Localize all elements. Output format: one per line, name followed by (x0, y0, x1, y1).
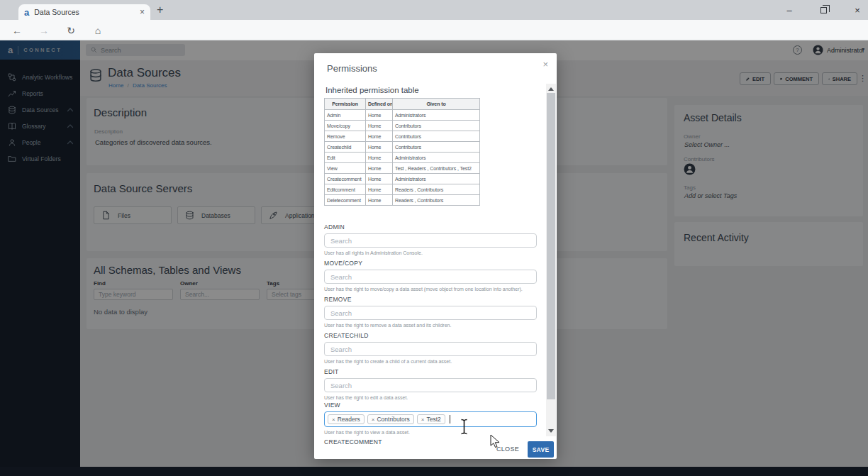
home-button[interactable]: ⌂ (91, 23, 105, 38)
forward-button[interactable]: → (37, 23, 51, 38)
section-helper: User has the right to move/copy a data a… (324, 287, 547, 292)
permission-section-remove: REMOVE User has the right to remove a da… (324, 296, 547, 328)
modal-scrollbar[interactable] (546, 84, 556, 436)
back-button[interactable]: ← (10, 23, 24, 38)
section-helper: User has the right to remove a data asse… (324, 323, 547, 328)
chip-label: Test2 (426, 416, 440, 423)
cell-given-to: Contributors (393, 121, 480, 131)
home-link[interactable]: Home (366, 153, 393, 163)
cell-given-to: Test , Readers , Contributors , Test2 (393, 163, 480, 174)
admin-search-input[interactable] (324, 233, 537, 248)
tab-close-icon[interactable]: × (140, 7, 145, 17)
move-copy-search-input[interactable] (324, 270, 537, 284)
table-row: EditHomeAdministrators (325, 153, 480, 163)
home-link[interactable]: Home (366, 174, 393, 184)
chip-test2[interactable]: ×Test2 (417, 414, 445, 424)
cell-permission: Createchild (325, 142, 366, 153)
section-helper: User has the right to view a data asset. (324, 430, 547, 435)
modal-close-icon[interactable]: × (542, 59, 548, 70)
chip-label: Contributors (377, 416, 409, 423)
cell-permission: Admin (325, 110, 366, 121)
table-row: CreatechildHomeContributors (325, 142, 480, 153)
cell-given-to: Administrators (393, 153, 480, 163)
col-given-to: Given to (393, 99, 480, 110)
cell-given-to: Readers , Contributors (393, 195, 480, 206)
cell-permission: Move/copy (325, 121, 366, 131)
chip-remove-icon[interactable]: × (372, 416, 375, 423)
cell-permission: Edit (325, 153, 366, 163)
section-label: VIEW (324, 402, 547, 409)
remove-search-input[interactable] (324, 306, 537, 320)
arrow-cursor (490, 434, 500, 448)
permission-section-view: VIEW ×Readers ×Contributors ×Test2 User … (324, 402, 547, 435)
section-helper: User has all rights in Administration Co… (324, 250, 547, 255)
home-link[interactable]: Home (366, 110, 393, 121)
table-header-row: Permission Defined on Given to (325, 99, 480, 110)
chip-contributors[interactable]: ×Contributors (367, 414, 414, 424)
section-label: REMOVE (324, 296, 547, 303)
modal-title: Permissions (327, 63, 377, 74)
restore-icon (820, 7, 827, 13)
window-minimize-button[interactable]: – (773, 0, 806, 20)
permission-section-edit: EDIT User has the right to edit a data a… (324, 368, 547, 400)
browser-toolbar: ← → ↻ ⌂ ⓘ localhost:8080/viewentry?xid=f… (0, 20, 868, 40)
table-row: Move/copyHomeContributors (325, 121, 480, 131)
app-area: a CONNECT Analytic Workflows Reports Dat… (0, 40, 868, 476)
new-tab-button[interactable]: + (157, 4, 163, 16)
home-link[interactable]: Home (366, 131, 393, 142)
table-row: DeletecommentHomeReaders , Contributors (325, 195, 480, 206)
section-label: MOVE/COPY (324, 260, 547, 267)
text-caret (450, 415, 450, 424)
cell-given-to: Readers , Contributors (393, 184, 480, 195)
view-chips-input[interactable]: ×Readers ×Contributors ×Test2 (324, 411, 537, 427)
inherited-permissions-table: Permission Defined on Given to AdminHome… (324, 98, 480, 206)
save-button[interactable]: SAVE (528, 441, 554, 458)
col-permission: Permission (325, 99, 366, 110)
browser-window: a Data Sources × + – × ← → ↻ ⌂ ⓘ localho… (0, 0, 868, 476)
refresh-button[interactable]: ↻ (64, 23, 78, 38)
section-helper: User has the right to create a child of … (324, 359, 547, 364)
cell-permission: Deletecomment (325, 195, 366, 206)
home-link[interactable]: Home (366, 142, 393, 153)
cell-given-to: Administrators (393, 174, 480, 184)
home-link[interactable]: Home (366, 121, 393, 131)
createchild-search-input[interactable] (324, 342, 537, 356)
permission-section-move-copy: MOVE/COPY User has the right to move/cop… (324, 260, 547, 292)
table-row: RemoveHomeContributors (325, 131, 480, 142)
scroll-up-icon[interactable] (548, 87, 554, 91)
permission-section-createchild: CREATECHILD User has the right to create… (324, 332, 547, 364)
createcomment-section-label: CREATECOMMENT (324, 438, 382, 445)
home-link[interactable]: Home (366, 195, 393, 206)
table-row: AdminHomeAdministrators (325, 110, 480, 121)
section-label: ADMIN (324, 223, 547, 231)
scrollbar-thumb[interactable] (547, 93, 555, 399)
tab-favicon-icon: a (24, 8, 29, 17)
cell-permission: View (325, 163, 366, 174)
cell-permission: Createcomment (325, 174, 366, 184)
home-link[interactable]: Home (366, 184, 393, 195)
table-row: CreatecommentHomeAdministrators (325, 174, 480, 184)
section-helper: User has the right to edit a data asset. (324, 395, 547, 400)
scroll-down-icon[interactable] (548, 429, 554, 433)
table-row: ViewHomeTest , Readers , Contributors , … (325, 163, 480, 174)
home-link[interactable]: Home (366, 163, 393, 174)
ibeam-cursor (460, 419, 469, 435)
edit-search-input[interactable] (324, 378, 537, 392)
chip-readers[interactable]: ×Readers (328, 414, 365, 424)
window-close-button[interactable]: × (841, 0, 868, 20)
tab-title: Data Sources (34, 8, 135, 16)
section-label: EDIT (324, 368, 547, 375)
cell-given-to: Contributors (393, 142, 480, 153)
chip-remove-icon[interactable]: × (421, 416, 425, 423)
cell-permission: Remove (325, 131, 366, 142)
window-restore-button[interactable] (807, 0, 840, 20)
inherited-table-heading: Inherited permission table (326, 86, 419, 94)
chip-label: Readers (338, 416, 360, 423)
cell-permission: Editcomment (325, 184, 366, 195)
tab-bar: a Data Sources × + – × (0, 0, 868, 20)
section-label: CREATECHILD (324, 332, 547, 339)
cell-given-to: Contributors (393, 131, 480, 142)
chip-remove-icon[interactable]: × (332, 416, 335, 423)
permission-section-admin: ADMIN User has all rights in Administrat… (324, 223, 547, 255)
browser-tab[interactable]: a Data Sources × (18, 4, 150, 20)
